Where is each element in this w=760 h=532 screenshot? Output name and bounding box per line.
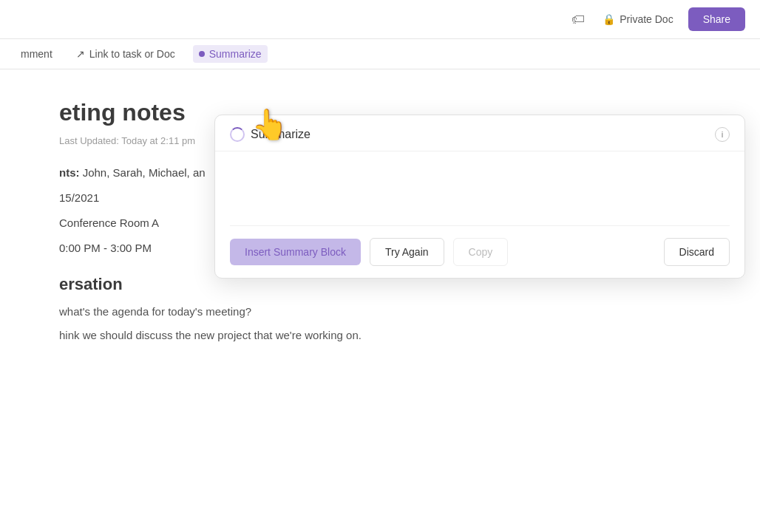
comment-label: mment — [21, 48, 52, 60]
tag-icon[interactable]: 🏷 — [569, 9, 588, 30]
attendees-label: nts: — [59, 166, 80, 179]
insert-summary-button[interactable]: Insert Summary Block — [230, 239, 361, 265]
try-again-button[interactable]: Try Again — [370, 238, 444, 266]
link-label: Link to task or Doc — [89, 48, 175, 60]
paragraph-2: hink we should discuss the new project t… — [59, 327, 701, 344]
lock-icon: 🔒 — [603, 13, 615, 25]
private-doc-label: Private Doc — [620, 13, 673, 25]
summarize-popup: Summarize i Insert Summary Block Try Aga… — [214, 115, 745, 279]
summarize-dot-icon — [199, 51, 205, 57]
popup-actions: Insert Summary Block Try Again Copy Disc… — [215, 226, 744, 278]
link-icon: ↗ — [76, 48, 85, 60]
discard-button[interactable]: Discard — [664, 238, 730, 266]
loading-spinner — [230, 127, 245, 142]
private-doc-button[interactable]: 🔒 Private Doc — [597, 10, 679, 28]
paragraph-1: what's the agenda for today's meeting? — [59, 303, 701, 321]
popup-header: Summarize i — [215, 115, 744, 151]
time-value: 0:00 PM - 3:00 PM — [59, 242, 152, 254]
popup-title: Summarize — [251, 128, 311, 141]
copy-button[interactable]: Copy — [453, 238, 509, 266]
date-value: 15/2021 — [59, 191, 99, 204]
link-toolbar-item[interactable]: ↗ Link to task or Doc — [70, 45, 181, 63]
header: 🏷 🔒 Private Doc Share — [0, 0, 760, 39]
share-button[interactable]: Share — [688, 7, 745, 31]
summarize-label: Summarize — [209, 48, 262, 60]
popup-title-row: Summarize — [230, 127, 311, 142]
comment-toolbar-item[interactable]: mment — [15, 45, 58, 63]
popup-body — [215, 151, 744, 225]
toolbar: mment ↗ Link to task or Doc Summarize — [0, 39, 760, 69]
info-icon[interactable]: i — [715, 127, 730, 142]
summarize-toolbar-item[interactable]: Summarize — [193, 45, 268, 63]
attendees-value: John, Sarah, Michael, an — [83, 166, 206, 179]
location-value: Conference Room A — [59, 216, 159, 229]
